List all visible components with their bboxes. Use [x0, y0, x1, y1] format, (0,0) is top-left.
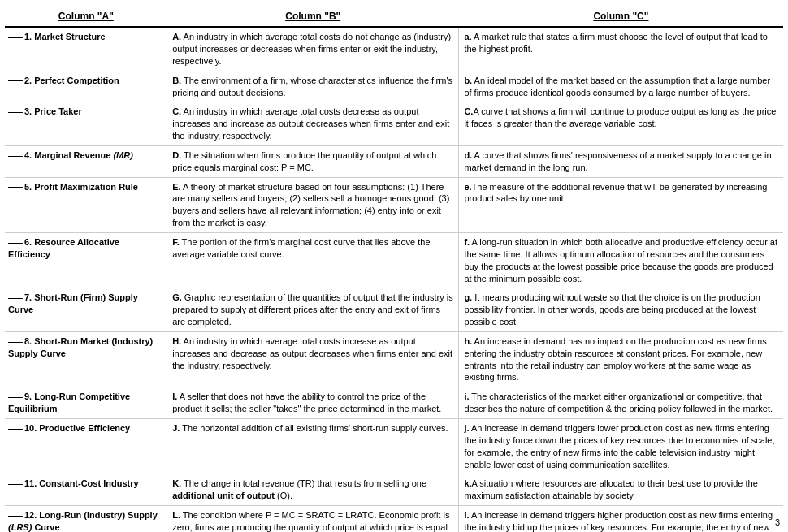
match-line: [8, 243, 23, 244]
b-text: The horizontal addition of all existing …: [180, 423, 448, 433]
b-letter: C.: [172, 106, 181, 116]
c-text: An increase in demand triggers lower pro…: [464, 423, 774, 469]
c-text: A situation where resources are allocate…: [464, 478, 757, 500]
c-letter: k.: [464, 478, 471, 488]
table-row: 7. Short-Run (Firm) Supply CurveG. Graph…: [5, 288, 783, 332]
match-line: [8, 516, 23, 517]
item-label: 3. Price Taker: [24, 106, 82, 116]
col-c-cell: C.A curve that shows a firm will continu…: [459, 102, 783, 146]
table-row: 3. Price TakerC. An industry in which av…: [5, 102, 783, 146]
c-letter: d.: [464, 150, 472, 160]
col-c-cell: h. An increase in demand has no impact o…: [459, 331, 783, 387]
b-text: The portion of the firm's marginal cost …: [172, 237, 430, 259]
item-label: 12. Long-Run (Industry) Supply (LRS) Cur…: [8, 510, 158, 532]
col-a-cell: 1. Market Structure: [5, 27, 167, 71]
item-label: 6. Resource Allocative Efficiency: [8, 237, 119, 259]
col-a-cell: 12. Long-Run (Industry) Supply (LRS) Cur…: [5, 506, 167, 532]
col-b-cell: F. The portion of the firm's marginal co…: [167, 233, 459, 288]
match-line: [8, 484, 23, 485]
item-label: 2. Perfect Competition: [24, 76, 119, 85]
b-letter: G.: [172, 292, 182, 302]
col-a-cell: 7. Short-Run (Firm) Supply Curve: [5, 288, 167, 332]
table-row: 2. Perfect CompetitionB. The environment…: [5, 71, 783, 102]
col-b-cell: I. A seller that does not have the abili…: [167, 387, 459, 419]
col-b-cell: D. The situation when firms produce the …: [167, 145, 459, 177]
col-a-cell: 2. Perfect Competition: [5, 71, 167, 102]
b-text: The environment of a firm, whose charact…: [172, 76, 452, 97]
item-label: 1. Market Structure: [24, 32, 106, 41]
col-c-cell: a. A market rule that states a firm must…: [459, 27, 783, 71]
page-number: 3: [775, 517, 780, 527]
col-b-cell: G. Graphic representation of the quantit…: [167, 288, 459, 332]
c-letter: h.: [464, 336, 472, 346]
col-c-cell: j. An increase in demand triggers lower …: [459, 418, 783, 474]
item-label: 11. Constant-Cost Industry: [24, 478, 139, 488]
c-letter: e.: [464, 182, 471, 192]
col-a-header: Column "A": [5, 6, 167, 27]
b-text: A seller that does not have the ability …: [172, 391, 441, 413]
col-c-cell: i. The characteristics of the market eit…: [459, 387, 783, 419]
table-row: 1. Market StructureA. An industry in whi…: [5, 27, 783, 71]
match-line: [8, 37, 23, 38]
item-label: 7. Short-Run (Firm) Supply Curve: [8, 292, 138, 314]
table-row: 8. Short-Run Market (Industry) Supply Cu…: [5, 331, 783, 387]
c-text: A curve that shows a firm will continue …: [464, 106, 776, 128]
item-label: 5. Profit Maximization Rule: [24, 182, 138, 192]
col-b-cell: L. The condition where P = MC = SRATC = …: [167, 506, 459, 532]
match-line: [8, 298, 23, 299]
b-letter: A.: [172, 32, 181, 41]
table-row: 6. Resource Allocative EfficiencyF. The …: [5, 233, 783, 288]
col-c-cell: g. It means producing without waste so t…: [459, 288, 783, 332]
b-text: Graphic representation of the quantities…: [172, 292, 453, 327]
item-label: 9. Long-Run Competitive Equilibrium: [8, 391, 130, 413]
table-row: 10. Productive EfficiencyJ. The horizont…: [5, 418, 783, 474]
col-b-cell: C. An industry in which average total co…: [167, 102, 459, 146]
col-c-cell: l. An increase in demand triggers higher…: [459, 506, 783, 532]
col-b-cell: B. The environment of a firm, whose char…: [167, 71, 459, 102]
col-a-cell: 9. Long-Run Competitive Equilibrium: [5, 387, 167, 419]
b-text: The situation when firms produce the qua…: [172, 150, 436, 172]
b-text: An industry in which average total costs…: [172, 32, 451, 66]
c-letter: g.: [464, 292, 472, 302]
col-a-cell: 11. Constant-Cost Industry: [5, 474, 167, 506]
col-b-cell: J. The horizontal addition of all existi…: [167, 418, 459, 474]
match-line: [8, 342, 23, 343]
c-letter: a.: [464, 32, 471, 41]
col-b-cell: A. An industry in which average total co…: [167, 27, 459, 71]
col-c-header: Column "C": [459, 6, 783, 27]
b-letter: H.: [172, 336, 181, 346]
col-a-cell: 3. Price Taker: [5, 102, 167, 146]
b-text: The condition where P = MC = SRATC = LRA…: [172, 510, 449, 532]
col-b-header: Column "B": [167, 6, 459, 27]
b-letter: L.: [172, 510, 180, 520]
b-text: An industry in which average total costs…: [172, 336, 452, 370]
col-b-cell: E. A theory of market structure based on…: [167, 177, 459, 232]
c-text: A market rule that states a firm must ch…: [464, 32, 768, 54]
match-line: [8, 80, 23, 81]
c-text: An ideal model of the market based on th…: [464, 76, 770, 97]
b-text: A theory of market structure based on fo…: [172, 182, 449, 228]
b-text: The change in total revenue (TR) that re…: [172, 478, 426, 500]
item-label: 4. Marginal Revenue (MR): [24, 150, 133, 160]
c-text: The characteristics of the market either…: [464, 391, 773, 413]
b-letter: E.: [172, 182, 180, 192]
b-letter: J.: [172, 423, 180, 433]
match-line: [8, 112, 23, 113]
col-c-cell: e.The measure of the additional revenue …: [459, 177, 783, 232]
c-text: A curve that shows firms' responsiveness…: [464, 150, 771, 172]
table-header: Column "A" Column "B" Column "C": [5, 6, 783, 27]
b-letter: D.: [172, 150, 181, 160]
c-text: It means producing without waste so that…: [464, 292, 760, 327]
b-letter: K.: [172, 478, 181, 488]
c-letter: C.: [464, 106, 473, 116]
col-a-cell: 10. Productive Efficiency: [5, 418, 167, 474]
c-letter: b.: [464, 76, 472, 85]
match-line: [8, 397, 23, 398]
col-a-cell: 4. Marginal Revenue (MR): [5, 145, 167, 177]
col-c-cell: d. A curve that shows firms' responsiven…: [459, 145, 783, 177]
match-line: [8, 187, 23, 188]
table-row: 4. Marginal Revenue (MR)D. The situation…: [5, 145, 783, 177]
main-table: Column "A" Column "B" Column "C" 1. Mark…: [5, 6, 783, 532]
table-row: 9. Long-Run Competitive EquilibriumI. A …: [5, 387, 783, 419]
col-c-cell: f. A long-run situation in which both al…: [459, 233, 783, 288]
